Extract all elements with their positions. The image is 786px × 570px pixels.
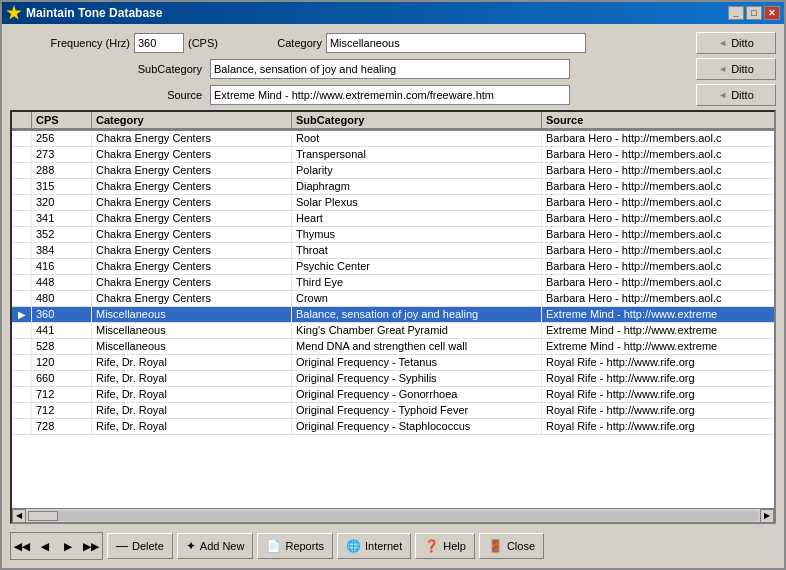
help-button[interactable]: ❓ Help	[415, 533, 475, 559]
add-icon: ✦	[186, 539, 196, 553]
cell-source: Extreme Mind - http://www.extreme	[542, 339, 774, 354]
cell-subcategory: Psychic Center	[292, 259, 542, 274]
table-row[interactable]: 384Chakra Energy CentersThroatBarbara He…	[12, 243, 774, 259]
scrollbar-thumb[interactable]	[28, 511, 58, 521]
last-record-button[interactable]: ▶▶	[80, 533, 102, 559]
window-title: Maintain Tone Database	[26, 6, 724, 20]
row-indicator	[12, 195, 32, 210]
cell-source: Barbara Hero - http://members.aol.c	[542, 147, 774, 162]
row-indicator	[12, 243, 32, 258]
ditto-category-label: Ditto	[731, 37, 754, 49]
horizontal-scrollbar[interactable]: ◀ ▶	[12, 508, 774, 522]
frequency-input[interactable]	[134, 33, 184, 53]
minimize-button[interactable]: _	[728, 6, 744, 20]
row-indicator: ▶	[12, 307, 32, 322]
cell-cps: 712	[32, 387, 92, 402]
add-new-button[interactable]: ✦ Add New	[177, 533, 254, 559]
cell-source: Barbara Hero - http://members.aol.c	[542, 179, 774, 194]
cell-cps: 441	[32, 323, 92, 338]
ditto-subcategory-label: Ditto	[731, 63, 754, 75]
table-row[interactable]: 712Rife, Dr. RoyalOriginal Frequency - G…	[12, 387, 774, 403]
row-indicator	[12, 211, 32, 226]
ditto-source-label: Ditto	[731, 89, 754, 101]
source-row: Source Ditto	[10, 84, 776, 106]
cell-category: Miscellaneous	[92, 323, 292, 338]
close-button[interactable]: 🚪 Close	[479, 533, 544, 559]
cell-source: Barbara Hero - http://members.aol.c	[542, 275, 774, 290]
ditto-category-button[interactable]: Ditto	[696, 32, 776, 54]
table-row[interactable]: 480Chakra Energy CentersCrownBarbara Her…	[12, 291, 774, 307]
table-row[interactable]: 288Chakra Energy CentersPolarityBarbara …	[12, 163, 774, 179]
cell-subcategory: Original Frequency - Gonorrhoea	[292, 387, 542, 402]
table-row[interactable]: 256Chakra Energy CentersRootBarbara Hero…	[12, 131, 774, 147]
cell-source: Barbara Hero - http://members.aol.c	[542, 291, 774, 306]
cell-category: Chakra Energy Centers	[92, 291, 292, 306]
table-row[interactable]: 352Chakra Energy CentersThymusBarbara He…	[12, 227, 774, 243]
maximize-button[interactable]: □	[746, 6, 762, 20]
col-subcategory: SubCategory	[292, 112, 542, 130]
cell-cps: 273	[32, 147, 92, 162]
first-record-button[interactable]: ◀◀	[11, 533, 33, 559]
cell-category: Chakra Energy Centers	[92, 163, 292, 178]
cell-subcategory: Original Frequency - Syphilis	[292, 371, 542, 386]
table-row[interactable]: 315Chakra Energy CentersDiaphragmBarbara…	[12, 179, 774, 195]
footer-bar: ◀◀ ◀ ▶ ▶▶ — Delete ✦ Add New 📄 Reports 🌐…	[10, 528, 776, 560]
delete-button[interactable]: — Delete	[107, 533, 173, 559]
close-label: Close	[507, 540, 535, 552]
table-row[interactable]: 341Chakra Energy CentersHeartBarbara Her…	[12, 211, 774, 227]
table-row[interactable]: 120Rife, Dr. RoyalOriginal Frequency - T…	[12, 355, 774, 371]
cell-cps: 660	[32, 371, 92, 386]
table-row[interactable]: 660Rife, Dr. RoyalOriginal Frequency - S…	[12, 371, 774, 387]
table-row[interactable]: 320Chakra Energy CentersSolar PlexusBarb…	[12, 195, 774, 211]
frequency-label: Frequency (Hrz)	[10, 37, 130, 49]
source-input[interactable]	[210, 85, 570, 105]
table-header: CPS Category SubCategory Source	[12, 112, 774, 131]
table-row[interactable]: 728Rife, Dr. RoyalOriginal Frequency - S…	[12, 419, 774, 435]
category-input[interactable]	[326, 33, 586, 53]
cell-source: Royal Rife - http://www.rife.org	[542, 403, 774, 418]
row-indicator	[12, 339, 32, 354]
row-indicator	[12, 147, 32, 162]
table-row[interactable]: 416Chakra Energy CentersPsychic CenterBa…	[12, 259, 774, 275]
col-source: Source	[542, 112, 774, 130]
cell-source: Extreme Mind - http://www.extreme	[542, 307, 774, 322]
close-window-button[interactable]: ✕	[764, 6, 780, 20]
cell-subcategory: Thymus	[292, 227, 542, 242]
cell-cps: 315	[32, 179, 92, 194]
ditto-source-button[interactable]: Ditto	[696, 84, 776, 106]
cell-category: Rife, Dr. Royal	[92, 419, 292, 434]
row-indicator	[12, 131, 32, 146]
cell-subcategory: Solar Plexus	[292, 195, 542, 210]
cell-cps: 288	[32, 163, 92, 178]
scroll-left-button[interactable]: ◀	[12, 509, 26, 523]
reports-button[interactable]: 📄 Reports	[257, 533, 333, 559]
source-label: Source	[10, 89, 202, 101]
subcategory-input[interactable]	[210, 59, 570, 79]
cell-subcategory: Heart	[292, 211, 542, 226]
table-row[interactable]: 528MiscellaneousMend DNA and strengthen …	[12, 339, 774, 355]
cell-cps: 120	[32, 355, 92, 370]
table-row[interactable]: 441MiscellaneousKing's Chamber Great Pyr…	[12, 323, 774, 339]
next-record-button[interactable]: ▶	[57, 533, 79, 559]
ditto-subcategory-button[interactable]: Ditto	[696, 58, 776, 80]
cell-category: Miscellaneous	[92, 307, 292, 322]
table-row[interactable]: 273Chakra Energy CentersTranspersonalBar…	[12, 147, 774, 163]
row-indicator	[12, 179, 32, 194]
table-row[interactable]: 712Rife, Dr. RoyalOriginal Frequency - T…	[12, 403, 774, 419]
cell-source: Barbara Hero - http://members.aol.c	[542, 211, 774, 226]
cell-cps: 320	[32, 195, 92, 210]
table-row[interactable]: 448Chakra Energy CentersThird EyeBarbara…	[12, 275, 774, 291]
cell-source: Extreme Mind - http://www.extreme	[542, 323, 774, 338]
cps-label: (CPS)	[188, 37, 218, 49]
cell-cps: 448	[32, 275, 92, 290]
reports-label: Reports	[285, 540, 324, 552]
cell-subcategory: Root	[292, 131, 542, 146]
prev-record-button[interactable]: ◀	[34, 533, 56, 559]
cell-cps: 528	[32, 339, 92, 354]
scroll-right-button[interactable]: ▶	[760, 509, 774, 523]
table-row[interactable]: ▶360MiscellaneousBalance, sensation of j…	[12, 307, 774, 323]
internet-button[interactable]: 🌐 Internet	[337, 533, 411, 559]
cell-subcategory: Mend DNA and strengthen cell wall	[292, 339, 542, 354]
cell-category: Rife, Dr. Royal	[92, 355, 292, 370]
cell-category: Chakra Energy Centers	[92, 259, 292, 274]
